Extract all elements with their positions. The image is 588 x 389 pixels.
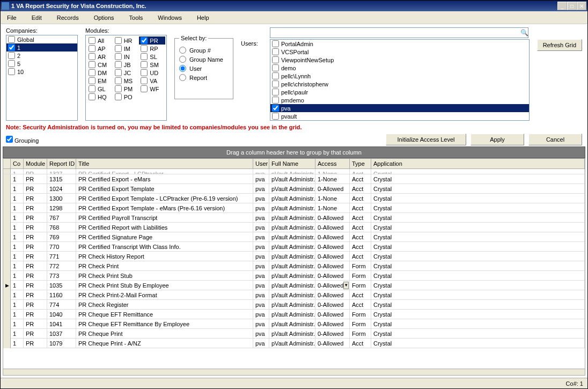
column-header[interactable]: Co: [11, 159, 24, 168]
user-item[interactable]: pellc\Lynnh: [270, 72, 529, 80]
selectby-user[interactable]: User: [179, 65, 229, 72]
company-item[interactable]: 10: [6, 68, 77, 76]
module-item[interactable]: SM: [139, 61, 165, 69]
module-item[interactable]: GL: [87, 85, 113, 93]
cancel-button[interactable]: Cancel: [528, 134, 582, 145]
menu-tools[interactable]: Tools: [126, 13, 146, 22]
selectby-report[interactable]: Report: [179, 74, 229, 81]
company-item[interactable]: Global: [6, 35, 77, 43]
maximize-button[interactable]: □: [567, 2, 577, 10]
init-access-button[interactable]: Initialize Access Level: [386, 134, 466, 145]
refresh-grid-button[interactable]: Refresh Grid: [537, 39, 582, 51]
menu-windows[interactable]: Windows: [155, 13, 185, 22]
table-row[interactable]: 1PR774PR Check RegisterpvapVault Adminis…: [3, 300, 585, 310]
selectby-groupnum[interactable]: Group #: [179, 47, 229, 54]
users-list[interactable]: PortalAdminVCSPortalViewpointNewSetupdem…: [270, 39, 530, 121]
table-row[interactable]: 1PR1298PR Certified Export Template - eM…: [3, 203, 585, 213]
module-item[interactable]: PO: [113, 93, 139, 101]
table-row[interactable]: 1PR773PR Check Print StubpvapVault Admin…: [3, 271, 585, 281]
module-item[interactable]: IN: [113, 53, 139, 61]
column-header[interactable]: Full Name: [269, 159, 315, 168]
module-item[interactable]: JC: [113, 69, 139, 77]
modules-label: Modules:: [85, 27, 167, 34]
user-item[interactable]: pellc\paulr: [270, 88, 529, 96]
table-row[interactable]: 1PR1079PR Cheque Print - A/NZpvapVault A…: [3, 339, 585, 348]
module-item[interactable]: MS: [113, 77, 139, 85]
close-button[interactable]: ✕: [577, 2, 586, 10]
search-icon[interactable]: 🔍: [520, 29, 530, 36]
minimize-button[interactable]: _: [557, 2, 567, 10]
grid-body[interactable]: 1PR1327PR Certified Export - LCPtrackerp…: [3, 169, 585, 369]
user-item[interactable]: pvault: [270, 112, 529, 120]
module-item[interactable]: SL: [139, 53, 165, 61]
table-row[interactable]: 1PR771PR Check History ReportpvapVault A…: [3, 252, 585, 261]
table-row[interactable]: 1PR1041PR Cheque EFT Remittance By Emplo…: [3, 319, 585, 329]
module-item[interactable]: PR: [139, 36, 165, 45]
groupby-bar[interactable]: Drag a column header here to group by th…: [3, 146, 585, 158]
table-row[interactable]: 1PR770PR Certified Transcript With Class…: [3, 242, 585, 252]
module-item[interactable]: AP: [87, 45, 113, 53]
menu-options[interactable]: Options: [91, 13, 117, 22]
menu-records[interactable]: Records: [54, 13, 82, 22]
company-item[interactable]: 5: [6, 60, 77, 68]
module-item[interactable]: IM: [113, 45, 139, 53]
module-item[interactable]: DM: [87, 69, 113, 77]
module-item[interactable]: HR: [113, 36, 139, 45]
table-row[interactable]: 1PR1315PR Certified Export - eMarspvapVa…: [3, 174, 585, 184]
table-row[interactable]: 1PR1037PR Cheque PrintpvapVault Administ…: [3, 329, 585, 339]
table-row[interactable]: 1PR1160PR Check Print-2-Mail FormatpvapV…: [3, 290, 585, 300]
module-item[interactable]: VA: [139, 77, 165, 85]
column-header[interactable]: Report ID: [47, 159, 76, 168]
menu-help[interactable]: Help: [194, 13, 212, 22]
module-item[interactable]: HQ: [87, 93, 113, 101]
user-item[interactable]: PortalAdmin: [270, 40, 529, 48]
column-header[interactable]: User: [253, 159, 269, 168]
status-bar: Co#: 1: [1, 378, 587, 388]
user-item[interactable]: ViewpointNewSetup: [270, 56, 529, 64]
grouping-checkbox[interactable]: Grouping: [6, 136, 39, 144]
column-header[interactable]: Title: [76, 159, 253, 168]
column-header[interactable]: Type: [350, 159, 371, 168]
table-row[interactable]: 1PR1300PR Certified Export Template - LC…: [3, 194, 585, 203]
table-row[interactable]: 1PR1040PR Cheque EFT RemittancepvapVault…: [3, 310, 585, 319]
table-row[interactable]: 1PR769PR Certified Signature PagepvapVau…: [3, 232, 585, 242]
module-item[interactable]: EM: [87, 77, 113, 85]
module-item[interactable]: PM: [113, 85, 139, 93]
modules-list[interactable]: AllAPARCMDMEMGLHQHRIMINJBJCMSPMPOPRRPSLS…: [85, 35, 167, 121]
apply-button[interactable]: Apply: [471, 134, 524, 145]
module-item[interactable]: All: [87, 36, 113, 45]
app-icon: [2, 2, 9, 10]
company-item[interactable]: 1: [6, 43, 77, 52]
module-item[interactable]: JB: [113, 61, 139, 69]
column-header[interactable]: Access: [315, 159, 350, 168]
user-item[interactable]: pmdemo: [270, 96, 529, 104]
table-row[interactable]: 1PR768PR Certified Report with Liabiliti…: [3, 223, 585, 232]
module-item[interactable]: UD: [139, 69, 165, 77]
access-dropdown-icon[interactable]: ▼: [343, 282, 349, 289]
module-item[interactable]: AR: [87, 53, 113, 61]
column-header[interactable]: Module: [24, 159, 47, 168]
module-item[interactable]: WF: [139, 85, 165, 93]
menu-edit[interactable]: Edit: [28, 13, 45, 22]
grid-header[interactable]: CoModuleReport IDTitleUserFull NameAcces…: [3, 159, 585, 169]
data-grid: CoModuleReport IDTitleUserFull NameAcces…: [3, 158, 585, 376]
company-item[interactable]: 2: [6, 52, 77, 60]
companies-list[interactable]: Global12510: [6, 35, 78, 121]
search-input[interactable]: [270, 27, 528, 38]
table-row[interactable]: ▶1PR1035PR Check Print Stub By Employeep…: [3, 281, 585, 290]
security-note: Note: Security Administration is turned …: [1, 122, 587, 133]
selectby-legend: Select by:: [179, 35, 208, 41]
user-item[interactable]: demo: [270, 64, 529, 72]
column-header[interactable]: Application: [371, 159, 585, 168]
table-row[interactable]: 1PR767PR Certified Payroll Transcriptpva…: [3, 213, 585, 223]
titlebar: 1 VA Report Security for Vista Construct…: [1, 1, 587, 11]
user-item[interactable]: VCSPortal: [270, 48, 529, 56]
selectby-groupname[interactable]: Group Name: [179, 56, 229, 63]
module-item[interactable]: RP: [139, 45, 165, 53]
table-row[interactable]: 1PR1024PR Certified Export TemplatepvapV…: [3, 184, 585, 194]
user-item[interactable]: pva: [270, 104, 529, 112]
user-item[interactable]: pellc\christopherw: [270, 80, 529, 88]
table-row[interactable]: 1PR772PR Check PrintpvapVault Administr.…: [3, 261, 585, 271]
menu-file[interactable]: File: [4, 13, 20, 22]
module-item[interactable]: CM: [87, 61, 113, 69]
